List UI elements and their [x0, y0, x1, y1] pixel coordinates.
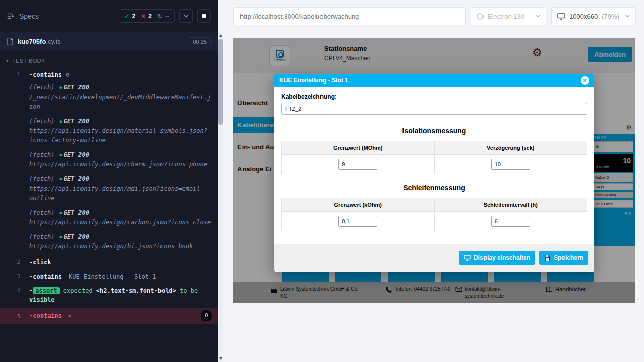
command-row-click[interactable]: 2 -click	[0, 256, 218, 268]
assert-element: <h2.text-sm.font-bold>	[96, 287, 176, 294]
spec-timer: 00:25	[189, 37, 211, 46]
spec-extension: .cy.ts	[46, 38, 60, 45]
line-number: 1	[0, 70, 20, 78]
scroll-up-arrow[interactable]	[218, 32, 223, 39]
loop-grenzwert-input[interactable]	[338, 216, 377, 227]
browser-label: Electron 130	[488, 13, 524, 20]
column-header: Verzögerung (sek)	[434, 141, 587, 155]
passed-stat: ✓2	[124, 13, 135, 20]
fetch-url: https://api.iconify.design/mdi.json?icon…	[29, 185, 204, 202]
browser-select[interactable]: Electron 130	[471, 7, 546, 25]
fetch-status: GET 200	[63, 118, 89, 125]
line-number: 5	[0, 312, 20, 320]
reporter-header: Specs ✓2 ✕2 ↻--	[0, 0, 218, 32]
status-dot-icon: ●	[60, 119, 62, 124]
display-on-button[interactable]: Display einschalten	[459, 251, 535, 265]
pending-stat: ↻--	[157, 13, 169, 20]
reporter-controls: ✓2 ✕2 ↻--	[119, 9, 211, 23]
triangle-up-icon	[219, 34, 222, 37]
fetch-status: GET 200	[63, 175, 89, 183]
test-body-toggle[interactable]: ▾ TEST BODY	[0, 51, 218, 67]
collapse-button[interactable]	[179, 9, 193, 23]
gear-icon: ⚙	[66, 71, 69, 78]
scrollbar-thumb[interactable]	[218, 39, 223, 125]
viewport-zoom: (79%)	[602, 13, 619, 20]
stop-icon	[202, 14, 206, 18]
specs-label: Specs	[19, 12, 39, 20]
failed-stat: ✕2	[141, 13, 152, 20]
spec-basename: kue705fo	[18, 38, 46, 45]
iso-grenzwert-input[interactable]	[338, 159, 377, 170]
viewport-select[interactable]: 1000x660 (79%)	[551, 7, 636, 25]
save-button[interactable]: Speichern	[539, 251, 588, 265]
column-header: Grenzwert (MOhm)	[282, 141, 435, 155]
isolation-section-title: Isolationsmessung	[281, 127, 587, 135]
loop-intervall-input[interactable]	[491, 216, 530, 227]
schleifen-section-title: Schleifenmessung	[281, 184, 587, 192]
command-name: -click	[29, 259, 51, 266]
fetch-url: /_next/static/development/_devMiddleware…	[29, 94, 211, 110]
fetch-log-entry[interactable]: (fetch)●GET 200 https://api.iconify.desi…	[29, 117, 213, 145]
column-header: Schleifenintervall (h)	[434, 198, 587, 212]
fetch-log-entry[interactable]: (fetch)●GET 200 https://api.iconify.desi…	[29, 232, 213, 251]
fetch-log-entry[interactable]: (fetch)●GET 200 https://api.iconify.desi…	[29, 150, 213, 169]
specs-menu-button[interactable]: Specs	[7, 12, 39, 20]
chevron-down-icon	[625, 15, 630, 18]
dialog-footer: Display einschalten Speichern	[274, 244, 594, 272]
fetch-status: GET 200	[63, 233, 89, 240]
fetch-log-entry[interactable]: (fetch)●GET 200 /_next/static/developmen…	[29, 83, 213, 112]
screen: Specs ✓2 ✕2 ↻-- kue705fo.cy.ts 00:25 ▾ T	[0, 0, 644, 362]
command-row-contains-1[interactable]: 1 -contains⚙	[0, 69, 218, 81]
browser-icon	[477, 13, 484, 20]
specs-list-icon	[7, 13, 15, 20]
iso-verzoegerung-input[interactable]	[491, 159, 530, 170]
fetch-tag: (fetch)	[29, 233, 55, 240]
fetch-log-entry[interactable]: (fetch)●GET 200 https://api.iconify.desi…	[29, 174, 213, 203]
command-row-contains-2[interactable]: 3 -containsKUE Einstellung - Slot 1	[0, 270, 218, 283]
reporter-scrollbar[interactable]	[218, 32, 223, 362]
floppy-icon	[544, 255, 551, 261]
kue-settings-dialog: KUE Einstellung - Slot 1 ✕ Kabelbezeichn…	[274, 74, 594, 272]
failed-count: 2	[148, 13, 152, 20]
schleifen-table: Grenzwert (kOhm) Schleifenintervall (h)	[281, 198, 587, 231]
fetch-log-entry[interactable]: (fetch)●GET 200 https://api.iconify.desi…	[29, 208, 213, 227]
command-message: KUE Einstellung - Slot 1	[69, 273, 156, 280]
app-under-test: LITTWIN Stationsname CPLV4_Maschen ⚙ Abm…	[233, 38, 635, 303]
address-bar[interactable]	[233, 7, 466, 25]
spec-file-row[interactable]: kue705fo.cy.ts 00:25	[0, 32, 218, 51]
command-row-contains-failed[interactable]: 5 -contains ✕ 0	[0, 308, 218, 324]
assert-text: expected	[63, 287, 93, 294]
cross-icon: ✕	[68, 311, 71, 320]
line-number: 4	[0, 286, 20, 294]
command-name: -contains	[29, 71, 62, 78]
assert-badge: assert	[33, 287, 59, 294]
caret-down-icon: ▾	[6, 58, 9, 63]
column-header: Grenzwert (kOhm)	[282, 198, 435, 212]
stop-button[interactable]	[197, 9, 211, 23]
url-input[interactable]	[240, 13, 459, 20]
triangle-down-icon	[219, 357, 222, 360]
fetch-tag: (fetch)	[29, 209, 55, 216]
command-name: -contains	[29, 311, 62, 320]
test-stats[interactable]: ✓2 ✕2 ↻--	[119, 9, 175, 23]
fetch-status: GET 200	[63, 209, 89, 216]
scroll-down-arrow[interactable]	[218, 355, 223, 362]
monitor-icon	[557, 13, 565, 20]
command-row-assert[interactable]: 4 -assert expected <h2.text-sm.font-bold…	[0, 285, 218, 306]
chevron-down-icon	[536, 15, 540, 18]
close-icon[interactable]: ✕	[581, 76, 589, 85]
document-icon	[7, 38, 13, 45]
cypress-reporter: Specs ✓2 ✕2 ↻-- kue705fo.cy.ts 00:25 ▾ T	[0, 0, 218, 362]
test-body-label: TEST BODY	[12, 58, 45, 64]
fetch-tag: (fetch)	[29, 175, 55, 183]
assert-text: to	[180, 287, 187, 294]
status-dot-icon: ●	[60, 235, 62, 239]
viewport-size: 1000x660	[569, 13, 598, 20]
status-dot-icon: ●	[60, 85, 62, 90]
dialog-header: KUE Einstellung - Slot 1 ✕	[274, 74, 594, 87]
spec-name: kue705fo.cy.ts	[18, 38, 61, 45]
kabel-name-input[interactable]	[281, 103, 587, 115]
refresh-icon: ↻	[157, 13, 163, 20]
command-log: 1 -contains⚙ (fetch)●GET 200 /_next/stat…	[0, 67, 218, 324]
check-icon: ✓	[124, 13, 129, 20]
